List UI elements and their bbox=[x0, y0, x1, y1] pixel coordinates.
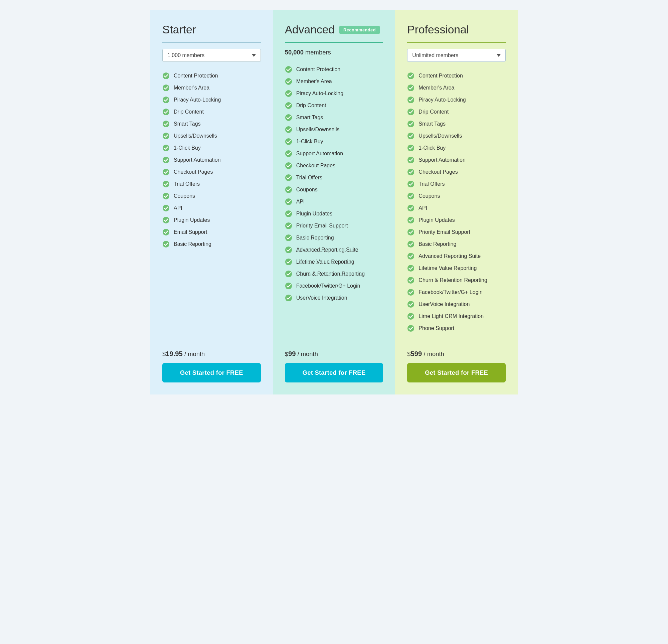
members-dropdown-starter[interactable]: 1,000 members5,000 members10,000 members… bbox=[162, 49, 261, 62]
feature-label: Plugin Updates bbox=[174, 217, 210, 223]
feature-label: Facebook/Twitter/G+ Login bbox=[296, 283, 360, 289]
cta-button-professional[interactable]: Get Started for FREE bbox=[407, 363, 506, 383]
svg-point-42 bbox=[408, 157, 414, 163]
svg-point-0 bbox=[163, 73, 169, 79]
check-icon bbox=[162, 205, 170, 212]
check-icon bbox=[407, 301, 414, 308]
svg-point-4 bbox=[163, 121, 169, 127]
check-icon bbox=[285, 282, 292, 289]
list-item: Facebook/Twitter/G+ Login bbox=[407, 286, 506, 298]
list-item: Content Protection bbox=[407, 70, 506, 82]
members-dropdown-professional[interactable]: Unlimited members50,000 members100,000 m… bbox=[407, 49, 506, 62]
feature-label: Lime Light CRM Integration bbox=[419, 313, 484, 319]
list-item: 1-Click Buy bbox=[407, 142, 506, 154]
list-item: Support Automation bbox=[162, 154, 261, 166]
list-item: Support Automation bbox=[285, 148, 383, 160]
check-icon bbox=[407, 205, 414, 212]
check-icon bbox=[407, 276, 414, 284]
feature-label: Smart Tags bbox=[419, 121, 445, 127]
check-icon bbox=[285, 294, 292, 302]
check-icon bbox=[285, 66, 292, 73]
svg-point-5 bbox=[163, 133, 169, 139]
list-item: Member's Area bbox=[407, 82, 506, 94]
plan-divider-starter bbox=[162, 42, 261, 43]
svg-point-50 bbox=[408, 253, 414, 259]
svg-point-12 bbox=[163, 217, 169, 223]
check-icon bbox=[162, 120, 170, 128]
svg-point-11 bbox=[163, 205, 169, 211]
feature-label: Trial Offers bbox=[174, 181, 200, 187]
list-item: Content Protection bbox=[162, 70, 261, 82]
svg-point-26 bbox=[285, 198, 292, 205]
check-icon bbox=[285, 174, 292, 181]
feature-label: Member's Area bbox=[419, 85, 454, 91]
check-icon bbox=[162, 156, 170, 164]
feature-label: Member's Area bbox=[174, 85, 209, 91]
feature-label: Lifetime Value Reporting bbox=[296, 259, 354, 265]
svg-point-51 bbox=[408, 265, 414, 272]
list-item: Advanced Reporting Suite bbox=[285, 244, 383, 256]
pricing-container: Starter1,000 members5,000 members10,000 … bbox=[150, 10, 518, 394]
list-item: Smart Tags bbox=[162, 118, 261, 130]
check-icon bbox=[285, 258, 292, 266]
svg-point-43 bbox=[408, 169, 414, 175]
check-icon bbox=[285, 186, 292, 193]
list-item: UserVoice Integration bbox=[285, 292, 383, 304]
list-item: Piracy Auto-Locking bbox=[407, 94, 506, 106]
list-item: Drip Content bbox=[162, 106, 261, 118]
svg-point-1 bbox=[163, 85, 169, 91]
list-item: Checkout Pages bbox=[285, 160, 383, 172]
check-icon bbox=[162, 96, 170, 104]
feature-label: Smart Tags bbox=[296, 115, 323, 121]
feature-label: Coupons bbox=[174, 193, 195, 199]
svg-point-35 bbox=[408, 73, 414, 79]
check-icon bbox=[407, 84, 414, 91]
price-section-professional: $599 / monthGet Started for FREE bbox=[407, 344, 506, 383]
check-icon bbox=[162, 192, 170, 200]
svg-point-41 bbox=[408, 145, 414, 151]
svg-point-37 bbox=[408, 96, 414, 103]
plan-card-starter: Starter1,000 members5,000 members10,000 … bbox=[150, 10, 273, 394]
feature-label: Advanced Reporting Suite bbox=[296, 247, 359, 253]
list-item: Coupons bbox=[285, 184, 383, 196]
check-icon bbox=[285, 270, 292, 278]
svg-point-28 bbox=[285, 223, 292, 229]
svg-point-24 bbox=[285, 174, 292, 181]
plan-divider-professional bbox=[407, 42, 506, 43]
check-icon bbox=[162, 228, 170, 236]
list-item: Email Support bbox=[162, 226, 261, 238]
svg-point-7 bbox=[163, 157, 169, 163]
list-item: Plugin Updates bbox=[285, 208, 383, 220]
feature-label: Upsells/Downsells bbox=[419, 133, 462, 139]
check-icon bbox=[162, 84, 170, 91]
svg-point-54 bbox=[408, 301, 414, 308]
feature-label: UserVoice Integration bbox=[419, 301, 470, 307]
svg-point-33 bbox=[285, 283, 292, 289]
check-icon bbox=[162, 72, 170, 79]
check-icon bbox=[285, 102, 292, 109]
check-icon bbox=[162, 216, 170, 224]
list-item: Trial Offers bbox=[285, 172, 383, 184]
check-icon bbox=[285, 246, 292, 254]
feature-label: Piracy Auto-Locking bbox=[419, 97, 466, 103]
list-item: Content Protection bbox=[285, 63, 383, 75]
plan-divider-advanced bbox=[285, 42, 383, 43]
feature-label: Plugin Updates bbox=[296, 211, 333, 217]
list-item: Smart Tags bbox=[285, 111, 383, 124]
feature-label: Piracy Auto-Locking bbox=[296, 91, 343, 96]
svg-point-32 bbox=[285, 271, 292, 277]
list-item: API bbox=[407, 202, 506, 214]
feature-label: Churn & Retention Reporting bbox=[296, 271, 365, 277]
check-icon bbox=[162, 168, 170, 176]
list-item: Phone Support bbox=[407, 322, 506, 334]
svg-point-55 bbox=[408, 313, 414, 320]
svg-point-21 bbox=[285, 138, 292, 145]
plan-name-professional: Professional bbox=[407, 24, 469, 36]
feature-label: UserVoice Integration bbox=[296, 295, 347, 301]
feature-label: Coupons bbox=[296, 187, 318, 193]
cta-button-starter[interactable]: Get Started for FREE bbox=[162, 363, 261, 383]
feature-label: Support Automation bbox=[296, 151, 343, 157]
list-item: Plugin Updates bbox=[407, 214, 506, 226]
cta-button-advanced[interactable]: Get Started for FREE bbox=[285, 363, 383, 383]
svg-point-13 bbox=[163, 229, 169, 236]
